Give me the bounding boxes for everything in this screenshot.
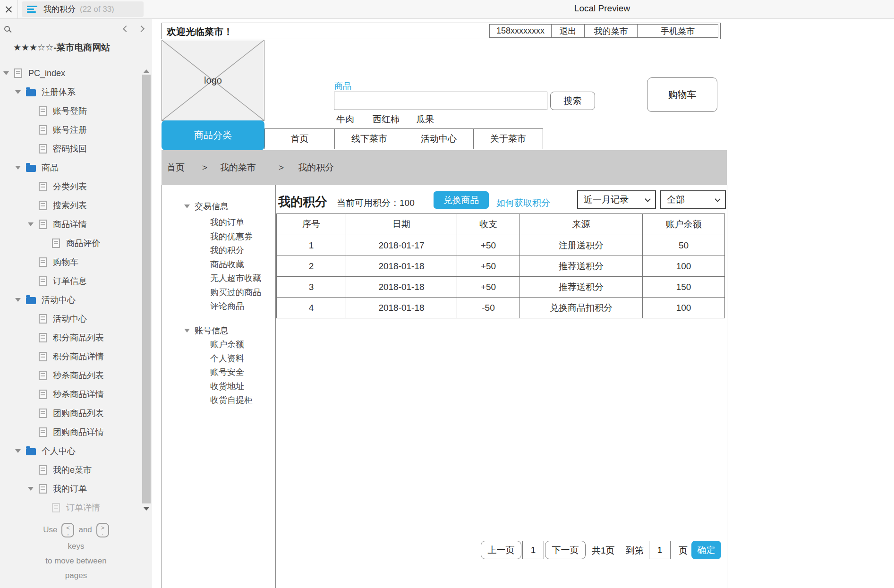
page-icon <box>52 239 60 248</box>
expand-triangle-icon[interactable] <box>15 298 21 302</box>
menu-item-profile[interactable]: 个人资料 <box>210 352 253 366</box>
tree-item[interactable]: 账号注册 <box>0 120 142 139</box>
breadcrumb-my-points[interactable]: 我的积分 <box>298 162 334 174</box>
prev-page-button[interactable]: 上一页 <box>481 541 521 559</box>
expand-triangle-icon[interactable] <box>3 71 9 75</box>
menu-item-purchased[interactable]: 购买过的商品 <box>210 286 261 300</box>
tree-item[interactable]: 个人中心 <box>0 442 142 460</box>
tree-item[interactable]: 积分商品详情 <box>0 347 142 366</box>
tree-item[interactable]: 我的订单 <box>0 479 142 498</box>
nav-offline-market[interactable]: 线下菜市 <box>334 129 404 149</box>
pages-menu-icon[interactable] <box>27 6 37 13</box>
menu-item-my-coupons[interactable]: 我的优惠券 <box>210 230 261 244</box>
expand-triangle-icon[interactable] <box>15 449 21 453</box>
tree-item[interactable]: 商品评价 <box>0 234 142 253</box>
expand-triangle-icon <box>184 329 190 332</box>
cell-change: +50 <box>457 256 520 277</box>
tree-item[interactable]: 购物车 <box>0 253 142 272</box>
tree-item[interactable]: 我的e菜市 <box>0 460 142 479</box>
goto-page-input[interactable] <box>649 541 671 559</box>
tree-item[interactable]: 积分商品列表 <box>0 328 142 347</box>
logo-label: logo <box>162 40 264 120</box>
expand-triangle-icon[interactable] <box>15 90 21 94</box>
next-page-icon[interactable] <box>138 26 145 32</box>
hot-word[interactable]: 西红柿 <box>373 113 400 126</box>
menu-item-store-favorites[interactable]: 无人超市收藏 <box>210 272 261 286</box>
cart-button[interactable]: 购物车 <box>647 77 717 112</box>
tree-item[interactable]: 订单详情 <box>0 498 142 517</box>
logout-link[interactable]: 退出 <box>551 25 584 37</box>
hot-word[interactable]: 牛肉 <box>336 113 354 126</box>
tree-item[interactable]: 注册体系 <box>0 83 142 102</box>
tree-item[interactable]: PC_index <box>0 64 142 83</box>
hot-word[interactable]: 瓜果 <box>416 113 434 126</box>
exchange-goods-button[interactable]: 兑换商品 <box>434 191 489 209</box>
tree-item[interactable]: 秒杀商品详情 <box>0 385 142 404</box>
expand-triangle-icon[interactable] <box>15 166 21 170</box>
menu-section-trade[interactable]: 交易信息 <box>184 201 261 212</box>
col-header: 来源 <box>520 214 643 235</box>
mobile-market-link[interactable]: 手机菜市 <box>637 25 718 37</box>
tree-item[interactable]: 账号登陆 <box>0 102 142 120</box>
tree-item[interactable]: 订单信息 <box>0 272 142 290</box>
nav-home[interactable]: 首页 <box>265 129 334 149</box>
breadcrumb-home[interactable]: 首页 <box>167 162 185 174</box>
search-category-link[interactable]: 商品 <box>334 80 351 92</box>
menu-item-my-points[interactable]: 我的积分 <box>210 244 261 258</box>
menu-item-address[interactable]: 收货地址 <box>210 380 253 394</box>
search-input[interactable] <box>334 92 547 110</box>
tree-item-label: 个人中心 <box>42 445 76 457</box>
tree-item[interactable]: 活动中心 <box>0 290 142 309</box>
menu-item-my-orders[interactable]: 我的订单 <box>210 216 261 230</box>
tree-item-label: 商品 <box>42 162 59 173</box>
tree-item[interactable]: 搜索列表 <box>0 196 142 215</box>
prev-page-icon[interactable] <box>123 26 129 32</box>
tree-item[interactable]: 活动中心 <box>0 309 142 328</box>
user-phone-link[interactable]: 158xxxxxxxx <box>490 25 551 37</box>
cell-source: 推荐送积分 <box>520 277 643 298</box>
close-button[interactable] <box>0 0 18 18</box>
page-icon <box>39 201 47 210</box>
scrollbar-thumb[interactable] <box>142 75 151 503</box>
cell-change: +50 <box>457 277 520 298</box>
menu-item-favorites[interactable]: 商品收藏 <box>210 258 261 272</box>
nav-activity-center[interactable]: 活动中心 <box>404 129 473 149</box>
close-icon <box>5 6 12 13</box>
confirm-button[interactable]: 确定 <box>691 541 721 559</box>
menu-item-security[interactable]: 账号安全 <box>210 366 253 380</box>
expand-triangle-icon[interactable] <box>28 222 34 226</box>
search-icon[interactable] <box>4 26 10 32</box>
table-row: 3 2018-01-18 +50 推荐送积分 150 <box>277 277 725 298</box>
breadcrumb-my-market[interactable]: 我的菜市 <box>220 162 256 174</box>
prev-key-icon: <, <box>61 523 74 537</box>
breadcrumb: 首页 > 我的菜市 > 我的积分 <box>162 150 727 185</box>
type-filter-select[interactable]: 全部 <box>660 190 726 209</box>
next-page-button[interactable]: 下一页 <box>545 541 586 559</box>
tree-item[interactable]: 商品详情 <box>0 215 142 234</box>
scrollbar-down-arrow[interactable] <box>143 507 150 511</box>
time-filter-select[interactable]: 近一月记录 <box>577 190 656 209</box>
menu-item-reviews[interactable]: 评论商品 <box>210 299 261 314</box>
tree-item[interactable]: 秒杀商品列表 <box>0 366 142 385</box>
folder-icon <box>26 297 36 304</box>
cell-balance: 50 <box>643 235 725 256</box>
tree-item[interactable]: 分类列表 <box>0 177 142 196</box>
cell-index: 4 <box>277 298 346 318</box>
how-to-earn-link[interactable]: 如何获取积分 <box>496 197 550 209</box>
tree-item[interactable]: 密码找回 <box>0 139 142 158</box>
nav-about[interactable]: 关于菜市 <box>473 129 543 149</box>
tree-item[interactable]: 商品 <box>0 158 142 177</box>
user-links: 158xxxxxxxx 退出 我的菜市 手机菜市 <box>489 24 718 38</box>
category-nav-button[interactable]: 商品分类 <box>162 120 264 150</box>
search-button[interactable]: 搜索 <box>550 92 595 110</box>
menu-section-account[interactable]: 账号信息 <box>184 325 253 336</box>
tree-item[interactable]: 团购商品详情 <box>0 423 142 442</box>
menu-item-pickup-locker[interactable]: 收货自提柜 <box>210 393 253 408</box>
my-market-link[interactable]: 我的菜市 <box>584 25 637 37</box>
logo-placeholder: logo <box>162 40 264 121</box>
page-icon <box>39 333 47 342</box>
scrollbar-up-arrow[interactable] <box>143 69 150 73</box>
tree-item[interactable]: 团购商品列表 <box>0 404 142 423</box>
menu-item-balance[interactable]: 账户余额 <box>210 338 253 352</box>
expand-triangle-icon[interactable] <box>28 487 34 491</box>
